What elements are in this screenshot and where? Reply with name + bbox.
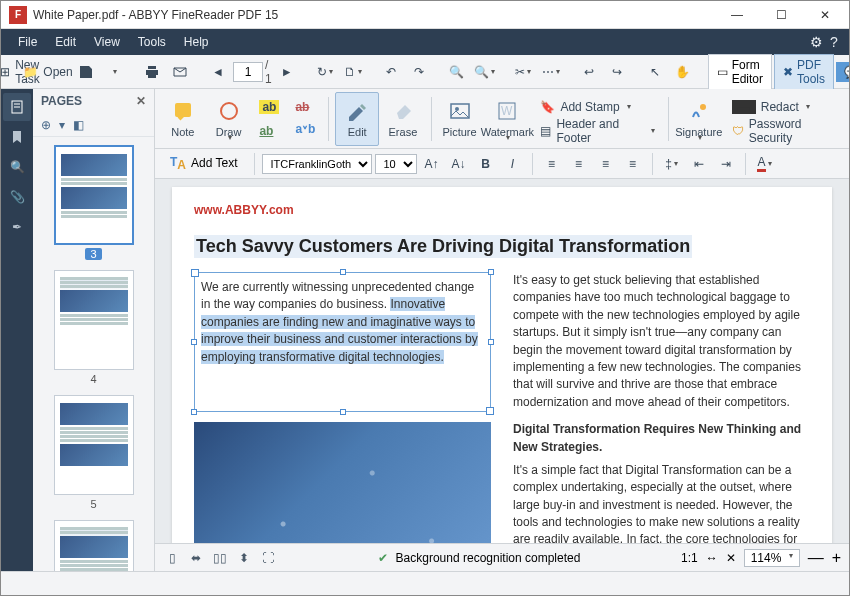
add-stamp-button[interactable]: 🔖Add Stamp▾ xyxy=(533,96,662,118)
save-button[interactable] xyxy=(73,59,99,85)
next-page-button[interactable]: ► xyxy=(274,59,300,85)
doc-heading[interactable]: Tech Savvy Customers Are Driving Digital… xyxy=(194,235,692,258)
decrease-font-button[interactable]: A↓ xyxy=(447,153,471,175)
thumbnail-4[interactable]: 4 xyxy=(51,270,137,385)
picture-button[interactable]: Picture xyxy=(438,92,482,146)
align-left-button[interactable]: ≡ xyxy=(540,153,564,175)
prev-page-button[interactable]: ◄ xyxy=(205,59,231,85)
tab-bookmarks[interactable] xyxy=(3,123,31,151)
rotate-button[interactable]: ↻▾ xyxy=(312,59,338,85)
status-check-icon: ✔ xyxy=(378,551,388,565)
zoom-out-button[interactable]: — xyxy=(808,549,824,567)
search-dropdown[interactable]: 🔍▾ xyxy=(472,59,498,85)
highlight-button[interactable]: ab xyxy=(252,96,286,118)
thumbnails[interactable]: 3 4 5 6 xyxy=(33,137,154,571)
doc-para3[interactable]: It's a simple fact that Digital Transfor… xyxy=(513,462,810,543)
open-button[interactable]: 📁 Open xyxy=(35,59,61,85)
delete-page-button[interactable]: 🗋▾ xyxy=(340,59,366,85)
thumbnail-3[interactable]: 3 xyxy=(51,145,137,260)
more-tools-button[interactable]: ⋯▾ xyxy=(538,59,564,85)
thumbnail-size-icon[interactable]: ◧ xyxy=(73,118,84,132)
align-justify-button[interactable]: ≡ xyxy=(621,153,645,175)
comment-icon: 💬 xyxy=(844,65,850,79)
fullscreen-icon[interactable]: ⛶ xyxy=(259,549,277,567)
zoom-select[interactable]: 114%▾ xyxy=(744,549,800,567)
watermark-button[interactable]: WWatermark▾ xyxy=(483,92,531,146)
menu-help[interactable]: Help xyxy=(175,31,218,53)
strikeout-button[interactable]: ab xyxy=(288,96,322,118)
pages-close-icon[interactable]: ✕ xyxy=(136,94,146,108)
header-footer-button[interactable]: ▤Header and Footer▾ xyxy=(533,120,662,142)
strikeout-icon: ab xyxy=(295,100,309,114)
align-right-button[interactable]: ≡ xyxy=(594,153,618,175)
doc-subhead[interactable]: Digital Transformation Requires New Thin… xyxy=(513,421,810,456)
page-input[interactable] xyxy=(233,62,263,82)
forward-button[interactable]: ↪ xyxy=(604,59,630,85)
form-editor-button[interactable]: ▭ Form Editor xyxy=(708,54,772,90)
italic-button[interactable]: I xyxy=(501,153,525,175)
fit-width-icon[interactable]: ⬌ xyxy=(187,549,205,567)
tab-signatures[interactable]: ✒ xyxy=(3,213,31,241)
tab-attachments[interactable]: 📎 xyxy=(3,183,31,211)
undo-button[interactable]: ↶ xyxy=(378,59,404,85)
save-dropdown[interactable]: ▾ xyxy=(101,59,127,85)
continuous-icon[interactable]: ⬍ xyxy=(235,549,253,567)
underline-button[interactable]: ab xyxy=(252,120,286,142)
minimize-button[interactable]: — xyxy=(715,1,759,29)
help-icon[interactable]: ? xyxy=(821,30,841,54)
maximize-button[interactable]: ☐ xyxy=(759,1,803,29)
text-edit-box[interactable]: We are currently witnessing unprecedente… xyxy=(194,272,491,412)
password-security-button[interactable]: 🛡Password Security xyxy=(725,120,843,142)
redact-button[interactable]: ▬Redact▾ xyxy=(725,96,843,118)
thumbnail-6[interactable]: 6 xyxy=(51,520,137,571)
hand-button[interactable]: ✋ xyxy=(670,59,696,85)
single-page-icon[interactable]: ▯ xyxy=(163,549,181,567)
insert-text-button[interactable]: a˅b xyxy=(288,120,322,142)
actual-size-icon[interactable]: ✕ xyxy=(726,551,736,565)
search-button[interactable]: 🔍 xyxy=(444,59,470,85)
window-title: White Paper.pdf - ABBYY FineReader PDF 1… xyxy=(33,8,715,22)
erase-icon xyxy=(391,99,415,123)
back-button[interactable]: ↩ xyxy=(576,59,602,85)
redo-button[interactable]: ↷ xyxy=(406,59,432,85)
menu-file[interactable]: File xyxy=(9,31,46,53)
edit-ribbon: Note Draw▾ ab ab ab a˅b Edit Erase Pictu… xyxy=(155,89,849,149)
note-button[interactable]: Note xyxy=(161,92,205,146)
doc-para2[interactable]: It's easy to get stuck believing that es… xyxy=(513,272,810,411)
page-options-icon[interactable]: ▾ xyxy=(59,118,65,132)
font-select[interactable]: ITCFranklinGothic xyxy=(262,154,372,174)
add-page-icon[interactable]: ⊕ xyxy=(41,118,51,132)
font-size-select[interactable]: 10 xyxy=(375,154,417,174)
font-color-button[interactable]: A▾ xyxy=(753,153,777,175)
signature-button[interactable]: Signature▾ xyxy=(675,92,723,146)
print-button[interactable] xyxy=(139,59,165,85)
add-text-button[interactable]: TA Add Text xyxy=(161,151,247,176)
close-button[interactable]: ✕ xyxy=(803,1,847,29)
menu-tools[interactable]: Tools xyxy=(129,31,175,53)
fit-page-icon[interactable]: ↔ xyxy=(706,551,718,565)
zoom-in-button[interactable]: + xyxy=(832,549,841,567)
draw-button[interactable]: Draw▾ xyxy=(207,92,251,146)
ratio-label[interactable]: 1:1 xyxy=(681,551,698,565)
pdf-tools-button[interactable]: ✖ PDF Tools xyxy=(774,54,834,90)
document-view[interactable]: www.ABBYY.com Tech Savvy Customers Are D… xyxy=(155,179,849,543)
increase-font-button[interactable]: A↑ xyxy=(420,153,444,175)
edit-button[interactable]: Edit xyxy=(335,92,379,146)
align-center-button[interactable]: ≡ xyxy=(567,153,591,175)
bold-button[interactable]: B xyxy=(474,153,498,175)
two-page-icon[interactable]: ▯▯ xyxy=(211,549,229,567)
crop-button[interactable]: ✂▾ xyxy=(510,59,536,85)
indent-left-button[interactable]: ⇤ xyxy=(687,153,711,175)
menu-edit[interactable]: Edit xyxy=(46,31,85,53)
pointer-button[interactable]: ↖ xyxy=(642,59,668,85)
settings-icon[interactable]: ⚙ xyxy=(801,30,821,54)
menu-view[interactable]: View xyxy=(85,31,129,53)
comments-button[interactable]: 💬 0 xyxy=(836,62,850,82)
indent-right-button[interactable]: ⇥ xyxy=(714,153,738,175)
tab-search[interactable]: 🔍 xyxy=(3,153,31,181)
email-button[interactable] xyxy=(167,59,193,85)
line-spacing-button[interactable]: ‡▾ xyxy=(660,153,684,175)
erase-button[interactable]: Erase xyxy=(381,92,425,146)
tab-pages[interactable] xyxy=(3,93,31,121)
thumbnail-5[interactable]: 5 xyxy=(51,395,137,510)
